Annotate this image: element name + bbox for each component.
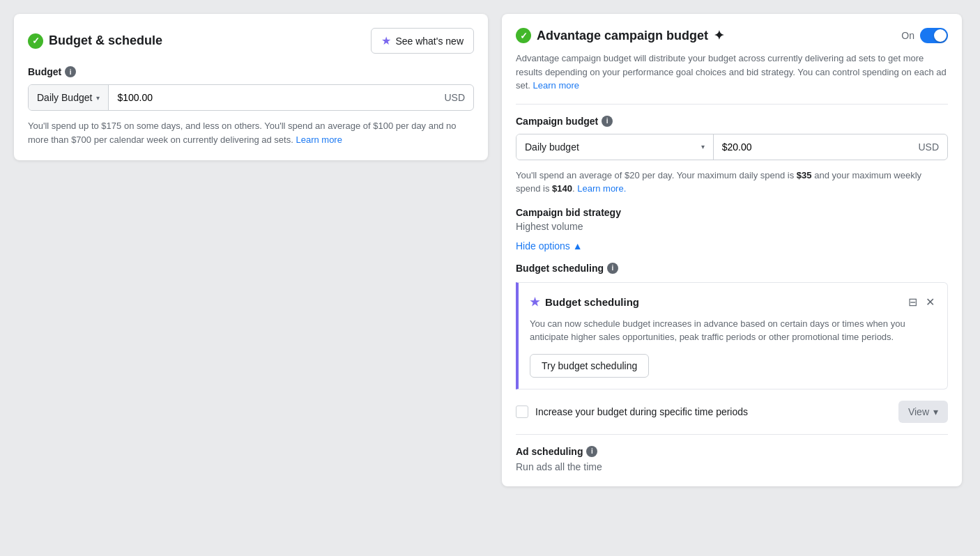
campaign-budget-type-select[interactable]: Daily budget ▾ [516,134,714,160]
callout-header: ★ Budget scheduling ⊟ ✕ [530,294,936,310]
view-button[interactable]: View ▾ [898,401,948,423]
bid-strategy-value: Highest volume [516,221,948,232]
ad-scheduling-value: Run ads all the time [516,461,948,472]
campaign-budget-type-label: Daily budget [525,141,579,153]
advantage-description: Advantage campaign budget will distribut… [516,52,948,93]
advantage-plus-icon: ✦ [714,28,724,43]
ad-scheduling-info-icon[interactable]: i [586,446,597,457]
max-daily-spend: $35 [797,170,812,180]
increase-budget-checkbox[interactable] [516,406,528,418]
dropdown-arrow-icon: ▾ [96,94,100,102]
max-weekly-spend: $140 [552,183,572,194]
spend-description: You'll spend an average of $20 per day. … [516,169,948,196]
budget-type-label: Daily Budget [37,92,92,103]
advantage-title-text: Advantage campaign budget [537,29,708,43]
budget-info-icon[interactable]: i [65,66,76,77]
see-whats-new-label: See what's new [395,36,464,47]
budget-amount-input[interactable] [109,85,436,110]
divider-1 [516,104,948,105]
spend-learn-more-link[interactable]: Learn more. [577,183,626,194]
toggle-knob [934,29,947,42]
campaign-budget-label: Campaign budget i [516,116,948,127]
see-whats-new-button[interactable]: ★ See what's new [371,28,474,54]
budget-scheduling-info-icon[interactable]: i [607,263,618,274]
hide-options-link[interactable]: Hide options ▲ [516,240,583,252]
panel-title: ✓ Budget & schedule [28,33,162,49]
scheduling-callout: ★ Budget scheduling ⊟ ✕ You can now sche… [516,282,948,389]
budget-scheduling-header: Budget scheduling i [516,263,948,274]
increase-budget-label: Increase your budget during specific tim… [535,406,748,417]
callout-close-button[interactable]: ✕ [924,294,936,310]
currency-label: USD [436,85,473,110]
callout-star-icon: ★ [530,295,539,309]
callout-description: You can now schedule budget increases in… [530,317,936,344]
callout-actions: ⊟ ✕ [907,294,936,310]
campaign-budget-info-icon[interactable]: i [602,116,613,127]
bid-strategy-section: Campaign bid strategy Highest volume [516,207,948,232]
green-check-icon: ✓ [28,33,43,49]
advantage-title: ✓ Advantage campaign budget ✦ [516,28,724,43]
budget-row: Daily Budget ▾ USD [28,84,474,111]
campaign-budget-amount-input[interactable] [714,134,910,160]
callout-title: ★ Budget scheduling [530,295,639,309]
campaign-dropdown-arrow-icon: ▾ [701,143,705,150]
budget-section-label: Budget i [28,66,474,77]
budget-description: You'll spend up to $175 on some days, an… [28,119,474,146]
advantage-green-check-icon: ✓ [516,28,531,43]
budget-type-select[interactable]: Daily Budget ▾ [29,85,109,110]
left-panel: ✓ Budget & schedule ★ See what's new Bud… [14,14,488,160]
increase-budget-row: Increase your budget during specific tim… [516,401,948,423]
panel-title-text: Budget & schedule [49,33,162,48]
panel-header: ✓ Budget & schedule ★ See what's new [28,28,474,54]
learn-more-link[interactable]: Learn more [296,134,342,145]
callout-bookmark-button[interactable]: ⊟ [907,294,919,310]
ad-scheduling-section: Ad scheduling i Run ads all the time [516,434,948,472]
star-icon: ★ [381,34,391,47]
toggle-label: On [901,30,914,41]
arrow-up-icon: ▲ [573,240,583,252]
advantage-header: ✓ Advantage campaign budget ✦ On [516,28,948,43]
bid-strategy-title: Campaign bid strategy [516,207,948,218]
try-budget-scheduling-button[interactable]: Try budget scheduling [530,354,649,378]
advantage-learn-more-link[interactable]: Learn more [533,80,579,91]
campaign-currency-label: USD [910,134,947,160]
campaign-budget-row: Daily budget ▾ USD [516,134,948,160]
toggle-area: On [901,28,948,43]
increase-budget-left: Increase your budget during specific tim… [516,406,748,418]
view-dropdown-arrow-icon: ▾ [933,406,938,417]
ad-scheduling-title: Ad scheduling i [516,446,948,457]
advantage-toggle[interactable] [920,28,948,43]
right-panel: ✓ Advantage campaign budget ✦ On Advanta… [502,14,962,486]
